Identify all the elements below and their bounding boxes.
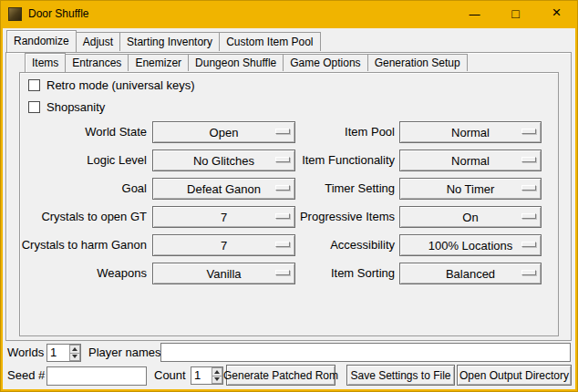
progressive-items-label: Progressive Items	[256, 206, 395, 228]
window-content: Randomize Adjust Starting Inventory Cust…	[3, 28, 575, 389]
maximize-icon: □	[511, 6, 519, 21]
timer-setting-label: Timer Setting	[256, 178, 395, 200]
dropdown-value: 100% Locations	[428, 239, 513, 253]
tab-label: Starting Inventory	[127, 36, 212, 48]
player-names-input[interactable]	[160, 343, 571, 362]
tab-starting-inventory[interactable]: Starting Inventory	[119, 32, 220, 51]
dropdown-value: Open	[210, 126, 239, 139]
worlds-label: Worlds	[7, 344, 44, 362]
dropdown-indicator-icon	[521, 213, 536, 219]
dropdown-indicator-icon	[521, 242, 536, 247]
button-label: Open Output Directory	[459, 369, 569, 382]
crystals-ganon-label: Crystals to harm Ganon	[10, 234, 147, 256]
window-title: Door Shuffle	[28, 0, 89, 27]
spinbox-value: 1	[47, 345, 69, 361]
shopsanity-checkbox[interactable]	[28, 101, 40, 113]
tab-adjust[interactable]: Adjust	[76, 32, 120, 51]
dropdown-value: 7	[221, 211, 227, 224]
spin-down-button[interactable]	[69, 353, 80, 362]
item-pool-dropdown[interactable]: Normal	[399, 121, 542, 143]
main-tabbar: Randomize Adjust Starting Inventory Cust…	[6, 30, 321, 51]
item-sorting-dropdown[interactable]: Balanced	[399, 263, 542, 284]
generate-patched-rom-button[interactable]: Generate Patched Rom	[226, 365, 335, 386]
door-shuffle-window: Door Shuffle — □ × Randomize Adjust Star…	[0, 0, 578, 392]
close-icon: ×	[552, 4, 562, 22]
dropdown-value: Defeat Ganon	[187, 182, 261, 196]
spinbox-arrows	[212, 367, 222, 384]
tab-custom-item-pool[interactable]: Custom Item Pool	[219, 32, 320, 51]
accessibility-label: Accessibility	[256, 234, 395, 256]
sub-tabbar: Items Entrances Enemizer Dungeon Shuffle…	[25, 53, 468, 71]
accessibility-dropdown[interactable]: 100% Locations	[399, 234, 542, 256]
player-names-label: Player names	[88, 344, 160, 362]
dropdown-indicator-icon	[521, 157, 536, 162]
dropdown-value: Vanilla	[206, 267, 241, 281]
window-controls: — □ ×	[454, 0, 577, 27]
logic-level-label: Logic Level	[10, 150, 147, 171]
spinbox-arrows	[69, 345, 80, 361]
retro-mode-label: Retro mode (universal keys)	[46, 78, 195, 92]
close-button[interactable]: ×	[536, 0, 577, 27]
dropdown-value: Normal	[451, 154, 490, 168]
titlebar[interactable]: Door Shuffle — □ ×	[0, 0, 578, 28]
tab-label: Enemizer	[135, 57, 181, 69]
dropdown-value: Normal	[451, 126, 490, 139]
seed-label: Seed #	[7, 366, 45, 385]
retro-mode-checkbox[interactable]	[28, 79, 40, 91]
tab-label: Custom Item Pool	[226, 36, 313, 48]
save-settings-button[interactable]: Save Settings to File	[346, 365, 455, 386]
tab-label: Items	[32, 57, 58, 69]
dropdown-value: 7	[221, 239, 227, 253]
dropdown-value: No Timer	[447, 182, 495, 196]
tab-label: Randomize	[14, 35, 69, 47]
app-icon	[8, 7, 22, 21]
minimize-button[interactable]: —	[454, 0, 495, 27]
shopsanity-label: Shopsanity	[46, 100, 105, 114]
count-spinbox[interactable]: 1	[191, 366, 223, 385]
dropdown-indicator-icon	[521, 185, 536, 191]
tab-dungeon-shuffle[interactable]: Dungeon Shuffle	[188, 54, 284, 71]
timer-setting-dropdown[interactable]: No Timer	[399, 178, 542, 200]
dropdown-value: On	[462, 211, 478, 224]
weapons-label: Weapons	[10, 263, 147, 284]
tab-entrances[interactable]: Entrances	[65, 54, 129, 71]
dropdown-indicator-icon	[521, 270, 536, 275]
worlds-spinbox[interactable]: 1	[46, 344, 81, 362]
dropdown-value: No Glitches	[193, 154, 254, 168]
button-label: Generate Patched Rom	[223, 369, 338, 382]
dropdown-value: Balanced	[446, 267, 495, 281]
progressive-items-dropdown[interactable]: On	[399, 206, 542, 228]
minimize-icon: —	[470, 8, 480, 21]
dropdown-indicator-icon	[521, 129, 536, 134]
tab-generation-setup[interactable]: Generation Setup	[367, 54, 468, 71]
tab-label: Generation Setup	[375, 57, 460, 69]
item-pool-label: Item Pool	[256, 121, 395, 143]
button-label: Save Settings to File	[350, 369, 450, 382]
maximize-button[interactable]: □	[495, 0, 536, 27]
tab-label: Dungeon Shuffle	[195, 57, 276, 69]
count-label: Count	[154, 366, 186, 385]
seed-input[interactable]	[46, 366, 147, 386]
item-functionality-dropdown[interactable]: Normal	[399, 150, 542, 171]
item-sorting-label: Item Sorting	[256, 263, 395, 284]
crystals-gt-label: Crystals to open GT	[10, 206, 147, 228]
tab-label: Entrances	[72, 57, 121, 69]
goal-label: Goal	[10, 178, 147, 200]
tab-randomize[interactable]: Randomize	[6, 30, 77, 52]
tab-items[interactable]: Items	[25, 53, 66, 72]
tab-label: Adjust	[83, 36, 113, 48]
item-functionality-label: Item Functionality	[256, 150, 395, 171]
tab-enemizer[interactable]: Enemizer	[128, 54, 189, 71]
tab-game-options[interactable]: Game Options	[283, 54, 367, 71]
spinbox-value: 1	[191, 367, 212, 384]
open-output-directory-button[interactable]: Open Output Directory	[457, 365, 572, 386]
spin-down-button[interactable]	[212, 376, 222, 385]
world-state-label: World State	[10, 121, 147, 143]
tab-label: Game Options	[290, 57, 360, 69]
